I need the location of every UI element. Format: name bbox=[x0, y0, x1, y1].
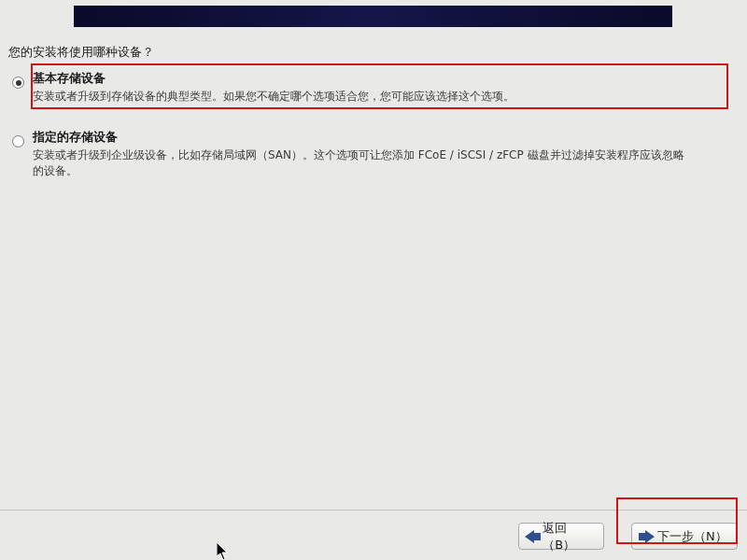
option-desc: 安装或者升级到企业级设备，比如存储局域网（SAN）。这个选项可让您添加 FCoE… bbox=[33, 147, 686, 179]
option-basic-storage[interactable]: 基本存储设备 安装或者升级到存储设备的典型类型。如果您不确定哪个选项适合您，您可… bbox=[12, 63, 728, 109]
option-specialized-storage[interactable]: 指定的存储设备 安装或者升级到企业级设备，比如存储局域网（SAN）。这个选项可让… bbox=[12, 122, 728, 184]
arrow-right-icon bbox=[638, 530, 655, 543]
back-button[interactable]: 返回（B） bbox=[518, 523, 604, 550]
storage-options: 基本存储设备 安装或者升级到存储设备的典型类型。如果您不确定哪个选项适合您，您可… bbox=[12, 63, 728, 196]
option-body: 指定的存储设备 安装或者升级到企业级设备，比如存储局域网（SAN）。这个选项可让… bbox=[31, 122, 728, 184]
option-title: 指定的存储设备 bbox=[33, 129, 723, 146]
option-body: 基本存储设备 安装或者升级到存储设备的典型类型。如果您不确定哪个选项适合您，您可… bbox=[31, 63, 728, 109]
next-button[interactable]: 下一步（N） bbox=[631, 523, 738, 550]
footer-bar: 返回（B） 下一步（N） bbox=[0, 510, 747, 560]
page-prompt: 您的安装将使用哪种设备？ bbox=[8, 44, 154, 61]
header-banner bbox=[74, 6, 672, 27]
option-desc: 安装或者升级到存储设备的典型类型。如果您不确定哪个选项适合您，您可能应该选择这个… bbox=[33, 89, 686, 105]
radio-basic-storage[interactable] bbox=[12, 77, 24, 89]
back-button-label: 返回（B） bbox=[543, 520, 594, 553]
radio-specialized-storage[interactable] bbox=[12, 135, 24, 147]
next-button-label: 下一步（N） bbox=[657, 528, 727, 545]
option-title: 基本存储设备 bbox=[33, 70, 723, 87]
arrow-left-icon bbox=[525, 530, 540, 543]
